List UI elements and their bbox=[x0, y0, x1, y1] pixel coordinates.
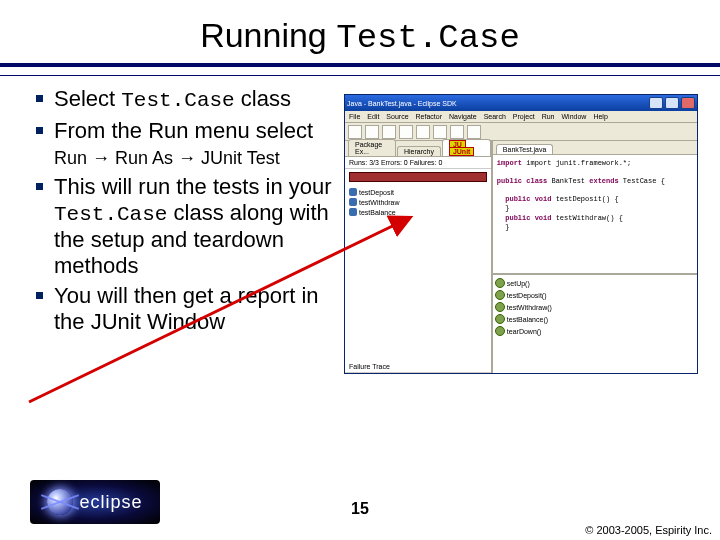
junit-stats: Runs: 3/3 Errors: 0 Failures: 0 bbox=[345, 157, 491, 169]
test-item: testWithdraw bbox=[349, 197, 487, 207]
test-item: testBalance bbox=[349, 207, 487, 217]
ide-toolbar bbox=[345, 123, 697, 141]
outline-item: setUp() bbox=[495, 277, 695, 289]
code-class: BankTest bbox=[551, 177, 589, 185]
outline-item: tearDown() bbox=[495, 325, 695, 337]
tab-junit-label: JUnit bbox=[449, 147, 475, 156]
toolbar-icon[interactable] bbox=[450, 125, 464, 139]
menu-edit[interactable]: Edit bbox=[367, 113, 379, 120]
toolbar-icon[interactable] bbox=[399, 125, 413, 139]
footer: eclipse 15 © 2003-2005, Espirity Inc. bbox=[0, 470, 720, 540]
code-m1: testDeposit() { bbox=[556, 195, 619, 203]
outline-item: testDeposit() bbox=[495, 289, 695, 301]
menu-refactor[interactable]: Refactor bbox=[416, 113, 442, 120]
toolbar-icon[interactable] bbox=[365, 125, 379, 139]
title-code: Test.Case bbox=[336, 19, 520, 57]
menu-run[interactable]: Run bbox=[542, 113, 555, 120]
outline-panel: setUp() testDeposit() testWithdraw() tes… bbox=[493, 273, 697, 373]
slide-title: Running Test.Case bbox=[0, 16, 720, 57]
menu-project[interactable]: Project bbox=[513, 113, 535, 120]
toolbar-icon[interactable] bbox=[467, 125, 481, 139]
ide-screenshot: Java - BankTest.java - Eclipse SDK File … bbox=[344, 94, 698, 374]
b3-pre: This will run the tests in your bbox=[54, 174, 332, 199]
title-rule-thick bbox=[0, 63, 720, 67]
junit-progressbar bbox=[349, 172, 487, 182]
outline-item: testWithdraw() bbox=[495, 301, 695, 313]
content-area: Select Test.Case class From the Run menu… bbox=[0, 82, 720, 472]
copyright: © 2003-2005, Espirity Inc. bbox=[585, 524, 712, 536]
page-number: 15 bbox=[0, 500, 720, 518]
code-ext: TestCase { bbox=[619, 177, 665, 185]
menu-help[interactable]: Help bbox=[593, 113, 607, 120]
window-buttons bbox=[649, 97, 695, 109]
left-tabs: Package Ex... Hierarchy JU JUnit bbox=[345, 141, 491, 157]
b1-code: Test.Case bbox=[121, 89, 234, 112]
menu-window[interactable]: Window bbox=[561, 113, 586, 120]
bullet-1: Select Test.Case class bbox=[30, 86, 338, 114]
menu-search[interactable]: Search bbox=[484, 113, 506, 120]
b2-menu: Run → Run As → JUnit Test bbox=[54, 148, 280, 168]
editor-tab[interactable]: BankTest.java bbox=[496, 144, 554, 154]
outline-item: testBalance() bbox=[495, 313, 695, 325]
ide-window-title: Java - BankTest.java - Eclipse SDK bbox=[347, 100, 457, 107]
menu-file[interactable]: File bbox=[349, 113, 360, 120]
code-m2: testWithdraw() { bbox=[556, 214, 623, 222]
bullet-2: From the Run menu select Run → Run As → … bbox=[30, 118, 338, 170]
bullet-3: This will run the tests in your Test.Cas… bbox=[30, 174, 338, 280]
bullet-list: Select Test.Case class From the Run menu… bbox=[30, 86, 338, 339]
ide-titlebar: Java - BankTest.java - Eclipse SDK bbox=[345, 95, 697, 111]
code-m2-kw: public void bbox=[505, 214, 555, 222]
code-import: import junit.framework.*; bbox=[526, 159, 631, 167]
ide-body: Package Ex... Hierarchy JU JUnit Runs: 3… bbox=[345, 141, 697, 373]
b1-post: class bbox=[235, 86, 291, 111]
b1-pre: Select bbox=[54, 86, 121, 111]
code-class-kw: public class bbox=[497, 177, 552, 185]
close-icon[interactable] bbox=[681, 97, 695, 109]
test-tree: testDeposit testWithdraw testBalance bbox=[345, 185, 491, 361]
title-rule-thin bbox=[0, 75, 720, 76]
junit-panel: Package Ex... Hierarchy JU JUnit Runs: 3… bbox=[345, 141, 493, 373]
failure-trace-label: Failure Trace bbox=[345, 361, 491, 373]
toolbar-icon[interactable] bbox=[348, 125, 362, 139]
toolbar-icon[interactable] bbox=[416, 125, 430, 139]
b2-pre: From the Run menu select bbox=[54, 118, 313, 143]
test-item: testDeposit bbox=[349, 187, 487, 197]
tab-hierarchy[interactable]: Hierarchy bbox=[397, 146, 441, 156]
ide-menubar: File Edit Source Refactor Navigate Searc… bbox=[345, 111, 697, 123]
editor-tabs: BankTest.java bbox=[493, 141, 697, 155]
editor-panel: BankTest.java import import junit.framew… bbox=[493, 141, 697, 373]
code-m1-kw: public void bbox=[505, 195, 555, 203]
title-text: Running bbox=[200, 16, 336, 54]
minimize-icon[interactable] bbox=[649, 97, 663, 109]
tab-package[interactable]: Package Ex... bbox=[348, 139, 396, 156]
bullet-4: You will then get a report in the JUnit … bbox=[30, 283, 338, 335]
code-ext-kw: extends bbox=[589, 177, 618, 185]
maximize-icon[interactable] bbox=[665, 97, 679, 109]
toolbar-icon[interactable] bbox=[433, 125, 447, 139]
toolbar-icon[interactable] bbox=[382, 125, 396, 139]
b4-text: You will then get a report in the JUnit … bbox=[54, 283, 319, 334]
b3-code: Test.Case bbox=[54, 203, 167, 226]
menu-navigate[interactable]: Navigate bbox=[449, 113, 477, 120]
code-editor[interactable]: import import junit.framework.*; public … bbox=[493, 155, 697, 273]
title-area: Running Test.Case bbox=[0, 0, 720, 57]
menu-source[interactable]: Source bbox=[386, 113, 408, 120]
tab-junit[interactable]: JU JUnit bbox=[442, 139, 491, 156]
